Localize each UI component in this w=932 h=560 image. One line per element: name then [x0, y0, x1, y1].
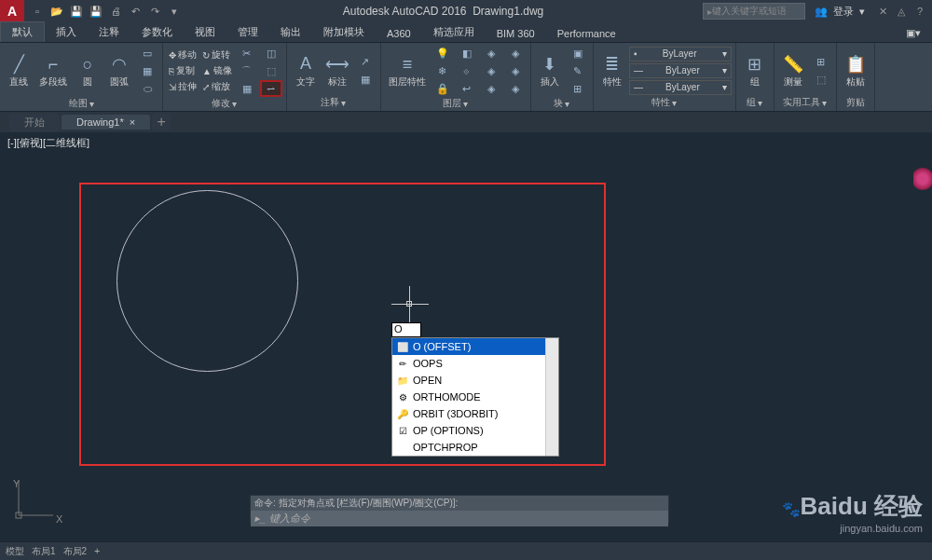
color-combo[interactable]: ▪ ByLayer ▾	[629, 47, 732, 61]
ac-item-options[interactable]: ☑OP (OPTIONS)	[392, 422, 558, 439]
open-icon[interactable]: 📂	[48, 2, 66, 20]
attr-block-icon[interactable]: ⊞	[567, 80, 589, 97]
plot-icon[interactable]: 🖨	[106, 2, 125, 20]
ucs-icon[interactable]: Y X	[11, 476, 58, 525]
help-search-input[interactable]: ▸ 键入关键字或短语	[703, 3, 805, 20]
autocomplete-scrollbar[interactable]	[545, 338, 558, 456]
tab-default[interactable]: 默认	[0, 21, 45, 42]
tab-bim360[interactable]: BIM 360	[486, 25, 546, 42]
tab-parametric[interactable]: 参数化	[130, 22, 184, 42]
new-icon[interactable]: ▫	[28, 2, 47, 20]
ac-item-optchprop[interactable]: OPTCHPROP	[392, 439, 558, 456]
add-layout-icon[interactable]: +	[94, 546, 100, 556]
array-icon[interactable]: ▦	[236, 80, 258, 97]
trim-icon[interactable]: ✂	[236, 45, 258, 61]
arc-button[interactable]: ◠圆弧	[104, 51, 134, 90]
select-icon[interactable]: ⬚	[810, 71, 832, 88]
tab-insert[interactable]: 插入	[45, 22, 88, 42]
layer-ex5-icon[interactable]: ◈	[504, 62, 527, 79]
calc-icon[interactable]: ⊞	[810, 53, 832, 70]
command-input[interactable]: ▸_ 键入命令	[251, 511, 668, 526]
help-icon[interactable]: ?	[911, 3, 928, 20]
modify-extra1-icon[interactable]: ◫	[260, 45, 282, 61]
copy-button[interactable]: ⎘ 复制	[167, 63, 199, 78]
tab-performance[interactable]: Performance	[546, 25, 627, 42]
tab-manage[interactable]: 管理	[226, 22, 269, 42]
tab-output[interactable]: 输出	[269, 22, 312, 42]
ac-item-orthomode[interactable]: ⚙ORTHOMODE	[392, 389, 558, 405]
tab-start[interactable]: 开始	[9, 114, 60, 131]
offset-cmd-icon: ⬜	[396, 340, 409, 353]
viewport-label[interactable]: [-][俯视][二维线框]	[7, 136, 89, 150]
rotate-button[interactable]: ↻ 旋转	[200, 48, 234, 62]
model-tab[interactable]: 模型	[6, 545, 24, 558]
text-button[interactable]: A文字	[291, 51, 321, 90]
layer-color-icon[interactable]: ◧	[456, 45, 478, 61]
ac-item-orbit[interactable]: 🔑ORBIT (3DORBIT)	[392, 405, 558, 422]
modify-extra2-icon[interactable]: ⬚	[260, 62, 282, 79]
edit-block-icon[interactable]: ✎	[567, 62, 589, 79]
redo-icon[interactable]: ↷	[145, 2, 164, 20]
layer-ex4-icon[interactable]: ◈	[504, 45, 527, 61]
tab-featured[interactable]: 精选应用	[422, 22, 486, 42]
dynamic-input[interactable]: O	[391, 322, 421, 337]
layer-on-icon[interactable]: 💡	[432, 45, 454, 61]
line-button[interactable]: ╱直线	[4, 51, 34, 90]
insert-block-button[interactable]: ⬇插入	[535, 51, 565, 90]
tab-a360[interactable]: A360	[376, 25, 422, 42]
circle-button[interactable]: ○圆	[73, 51, 103, 90]
ellipse-icon[interactable]: ⬭	[136, 80, 158, 97]
rect-icon[interactable]: ▭	[136, 45, 158, 61]
save-icon[interactable]: 💾	[67, 2, 86, 20]
layer-ex6-icon[interactable]: ◈	[504, 80, 527, 97]
offset-button[interactable]: ⥋	[260, 80, 282, 97]
mirror-button[interactable]: ▲ 镜像	[200, 63, 234, 78]
exchange-icon[interactable]: ✕	[874, 3, 891, 20]
tab-drawing1[interactable]: Drawing1*×	[62, 115, 150, 130]
layer-props-button[interactable]: ≡图层特性	[385, 51, 430, 90]
move-button[interactable]: ✥ 移动	[167, 48, 199, 62]
hatch-icon[interactable]: ▦	[136, 62, 158, 79]
layer-prev-icon[interactable]: ↩	[456, 80, 478, 97]
layer-ex3-icon[interactable]: ◈	[480, 80, 502, 97]
layout2-tab[interactable]: 布局2	[63, 545, 88, 558]
linetype-combo[interactable]: — ByLayer ▾	[629, 80, 732, 95]
drawn-circle[interactable]	[116, 190, 298, 372]
ribbon-collapse-icon[interactable]: ▣▾	[895, 24, 932, 42]
polyline-button[interactable]: ⌐多段线	[35, 51, 71, 90]
paste-button[interactable]: 📋粘贴	[841, 51, 870, 90]
tab-addins[interactable]: 附加模块	[312, 22, 376, 42]
layout1-tab[interactable]: 布局1	[32, 545, 56, 558]
leader-icon[interactable]: ↗	[354, 53, 377, 70]
login-area[interactable]: 👥 登录 ▾	[815, 5, 865, 19]
measure-button[interactable]: 📏测量	[778, 51, 808, 90]
ac-item-oops[interactable]: ✏OOPS	[392, 355, 558, 372]
stretch-button[interactable]: ⇲ 拉伸	[167, 79, 199, 94]
layer-ex2-icon[interactable]: ◈	[480, 62, 502, 79]
layer-match-icon[interactable]: ⟐	[456, 62, 478, 79]
command-line[interactable]: 命令: 指定对角点或 [栏选(F)/圈围(WP)/圈交(CP)]: ▸_ 键入命…	[250, 495, 669, 523]
tab-view[interactable]: 视图	[184, 22, 226, 42]
saveas-icon[interactable]: 💾	[87, 2, 105, 20]
tab-annotate[interactable]: 注释	[88, 22, 130, 42]
create-block-icon[interactable]: ▣	[567, 45, 589, 61]
ac-item-offset[interactable]: ⬜O (OFFSET)	[392, 338, 558, 355]
undo-icon[interactable]: ↶	[126, 2, 144, 20]
layer-lock-icon[interactable]: 🔒	[432, 80, 454, 97]
table-icon[interactable]: ▦	[354, 71, 377, 88]
ac-item-open[interactable]: 📁OPEN	[392, 372, 558, 389]
add-tab-button[interactable]: +	[152, 114, 171, 130]
group-button[interactable]: ⊞组	[740, 51, 770, 90]
lineweight-combo[interactable]: — ByLayer ▾	[629, 63, 732, 78]
qat-more-icon[interactable]: ▾	[165, 2, 184, 20]
layer-freeze-icon[interactable]: ❄	[432, 62, 454, 79]
layer-ex1-icon[interactable]: ◈	[480, 45, 502, 61]
dimension-button[interactable]: ⟷标注	[322, 51, 352, 90]
drawing-canvas[interactable]: [-][俯视][二维线框] O ⬜O (OFFSET) ✏OOPS 📁OPEN …	[0, 132, 932, 541]
a360-icon[interactable]: ◬	[893, 3, 910, 20]
fillet-icon[interactable]: ⌒	[236, 62, 258, 79]
properties-button[interactable]: ≣特性	[597, 51, 627, 90]
app-logo[interactable]: A	[0, 0, 24, 22]
close-icon[interactable]: ×	[130, 116, 135, 128]
scale-button[interactable]: ⤢ 缩放	[200, 79, 234, 94]
